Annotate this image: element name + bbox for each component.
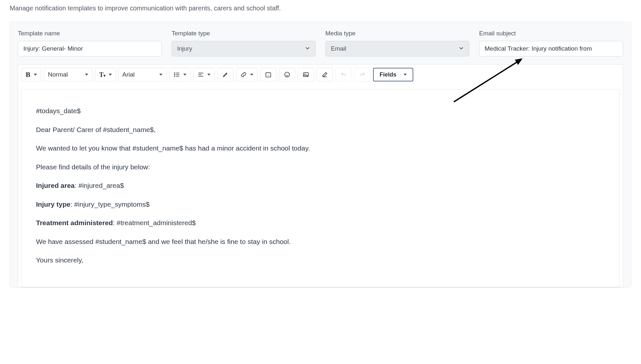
template-type-select[interactable]: Injury: [172, 41, 316, 56]
paragraph-format-value: Normal: [48, 71, 68, 78]
align-icon: [198, 71, 204, 78]
image-icon: [303, 71, 309, 78]
body-line: #todays_date$: [36, 106, 605, 116]
fields-dropdown[interactable]: Fields: [373, 68, 413, 81]
insert-date-button[interactable]: -//-: [260, 68, 276, 81]
body-line: Please find details of the injury below:: [36, 162, 605, 172]
insert-image-button[interactable]: [298, 68, 314, 81]
svg-text:-//-: -//-: [267, 74, 269, 76]
caret-down-icon: [250, 74, 253, 76]
svg-marker-1: [515, 58, 523, 65]
chevron-down-icon: [305, 45, 310, 52]
svg-point-4: [174, 74, 175, 75]
pen-icon: [222, 71, 229, 78]
list-icon: [174, 71, 180, 78]
bold-icon: B: [26, 70, 30, 79]
editor-content[interactable]: #todays_date$ Dear Parent/ Carer of #stu…: [21, 89, 620, 287]
rich-text-editor: B Normal T▾ Arial: [18, 64, 623, 287]
email-subject-field: Email subject: [479, 30, 623, 56]
template-name-field: Template name: [18, 30, 162, 56]
caret-down-icon: [207, 74, 211, 76]
date-icon: -//-: [265, 71, 272, 78]
format-painter-button[interactable]: [217, 68, 234, 81]
page-description: Manage notification templates to improve…: [10, 5, 631, 12]
fields-button-label: Fields: [380, 71, 396, 78]
template-name-input[interactable]: [18, 41, 162, 56]
caret-down-icon: [159, 74, 163, 76]
media-type-field: Media type Email: [325, 30, 469, 56]
svg-point-13: [285, 72, 290, 77]
font-family-select[interactable]: Arial: [118, 68, 167, 81]
svg-point-2: [174, 73, 175, 73]
undo-button[interactable]: [335, 68, 352, 81]
body-line: Dear Parent/ Carer of #student_name$,: [36, 125, 605, 135]
redo-icon: [359, 71, 366, 78]
list-dropdown[interactable]: [169, 68, 191, 81]
template-type-field: Template type Injury: [172, 30, 316, 56]
redo-button[interactable]: [354, 68, 370, 81]
media-type-label: Media type: [325, 30, 469, 37]
svg-point-14: [286, 74, 287, 75]
template-name-label: Template name: [18, 30, 162, 37]
body-line: We have assessed #student_name$ and we f…: [36, 237, 605, 247]
chevron-down-icon: [459, 45, 464, 52]
caret-down-icon: [404, 74, 407, 76]
media-type-select[interactable]: Email: [325, 41, 469, 56]
emoji-button[interactable]: [279, 68, 295, 81]
paragraph-format-select[interactable]: Normal: [44, 68, 92, 81]
email-subject-input[interactable]: [479, 41, 623, 56]
body-line: Injured area: #injured_area$: [36, 180, 605, 191]
text-style-icon: T▾: [99, 71, 105, 79]
caret-down-icon: [85, 74, 88, 76]
caret-down-icon: [34, 74, 37, 76]
align-dropdown[interactable]: [193, 68, 215, 81]
link-dropdown[interactable]: [236, 68, 258, 81]
template-type-label: Template type: [172, 30, 316, 37]
link-icon: [240, 71, 247, 78]
template-editor-panel: Template name Template type Injury Media…: [10, 22, 631, 288]
svg-point-15: [288, 74, 288, 75]
editor-toolbar: B Normal T▾ Arial: [21, 68, 620, 85]
caret-down-icon: [109, 74, 112, 76]
undo-icon: [340, 71, 347, 78]
svg-point-17: [305, 73, 305, 74]
svg-point-6: [174, 76, 175, 77]
body-line: Treatment administered: #treatment_admin…: [36, 218, 605, 228]
eraser-button[interactable]: [317, 68, 333, 81]
bold-dropdown[interactable]: B: [21, 68, 41, 81]
text-style-dropdown[interactable]: T▾: [95, 68, 116, 81]
media-type-value: Email: [331, 45, 346, 52]
caret-down-icon: [183, 74, 187, 76]
body-line: We wanted to let you know that #student_…: [36, 143, 605, 153]
email-subject-label: Email subject: [479, 30, 623, 37]
eraser-icon: [321, 71, 328, 78]
font-family-value: Arial: [122, 71, 135, 78]
template-type-value: Injury: [177, 45, 192, 52]
emoji-icon: [284, 71, 290, 78]
body-line: Yours sincerely,: [36, 255, 605, 265]
body-line: Injury type: #injury_type_symptoms$: [36, 199, 605, 210]
